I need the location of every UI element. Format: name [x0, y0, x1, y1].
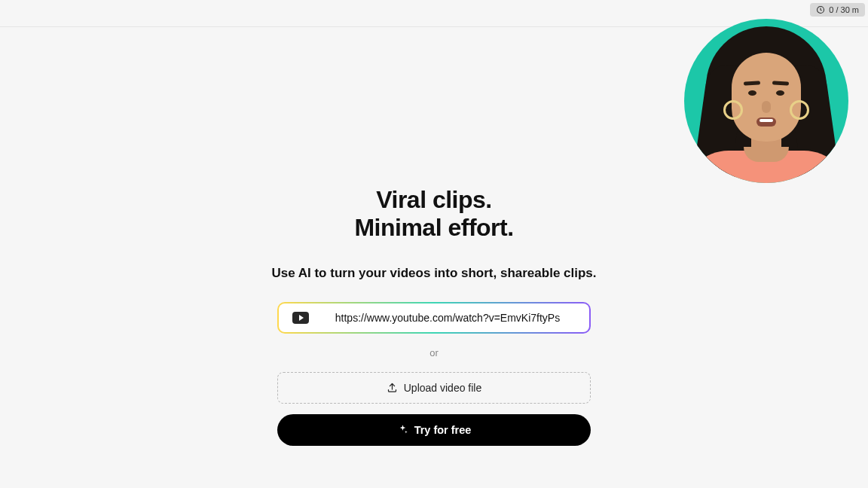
video-url-input[interactable]	[319, 312, 576, 324]
main-content: Viral clips. Minimal effort. Use AI to t…	[246, 186, 622, 446]
usage-text: 0 / 30 m	[829, 5, 859, 14]
sparkle-icon	[397, 424, 408, 435]
headline-line-2: Minimal effort.	[354, 214, 513, 241]
headline-line-1: Viral clips.	[376, 186, 492, 213]
subhead: Use AI to turn your videos into short, s…	[271, 266, 596, 281]
cta-button-label: Try for free	[414, 424, 472, 436]
upload-video-button[interactable]: Upload video file	[277, 372, 591, 404]
usage-badge: 0 / 30 m	[810, 3, 865, 17]
try-for-free-button[interactable]: Try for free	[277, 414, 591, 446]
avatar	[684, 19, 848, 183]
url-input-inner	[279, 303, 589, 332]
page-title: Viral clips. Minimal effort.	[354, 186, 513, 242]
url-input-wrap	[277, 302, 591, 334]
avatar-person	[684, 19, 848, 183]
upload-button-label: Upload video file	[404, 382, 482, 394]
upload-icon	[387, 382, 398, 393]
youtube-icon	[292, 312, 309, 324]
clock-icon	[816, 5, 825, 14]
or-divider: or	[429, 347, 439, 358]
